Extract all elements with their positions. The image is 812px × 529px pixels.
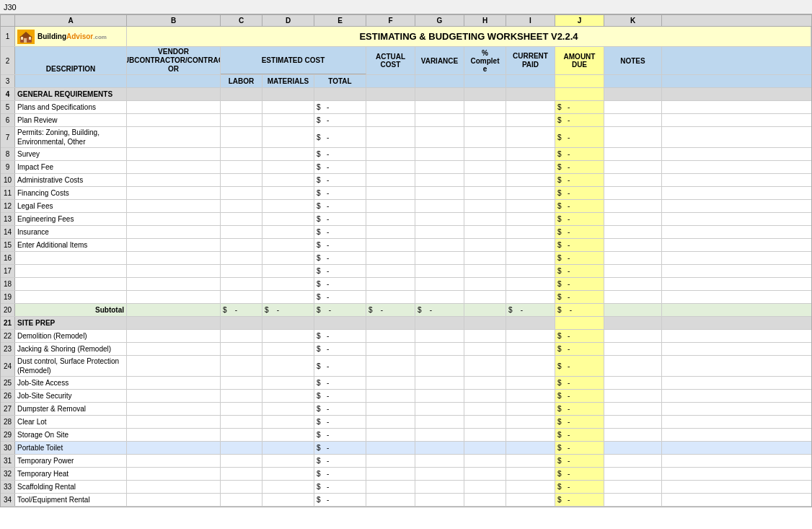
row-31-col-k[interactable] (604, 455, 662, 467)
row-16-col-d[interactable] (262, 252, 314, 264)
row-19-col-k[interactable] (604, 291, 662, 303)
row-6-col-i[interactable] (506, 114, 555, 126)
row-23-col-k[interactable] (604, 343, 662, 355)
row-27-col-i[interactable] (506, 403, 555, 415)
row-9-col-a[interactable]: Impact Fee (15, 161, 127, 173)
row-25-col-j[interactable]: $ - (555, 377, 604, 389)
row-10-col-k[interactable] (604, 174, 662, 186)
row-18-col-j[interactable]: $ - (555, 278, 604, 290)
row-6-col-b[interactable] (127, 114, 221, 126)
row-29-col-f[interactable] (366, 429, 415, 441)
row-8-col-c[interactable] (221, 148, 262, 160)
row-8-col-h[interactable] (464, 148, 506, 160)
row-10-col-f[interactable] (366, 174, 415, 186)
row-26-col-b[interactable] (127, 390, 221, 402)
row-18-col-f[interactable] (366, 278, 415, 290)
row-14-col-b[interactable] (127, 226, 221, 238)
row-9-col-e[interactable]: $ - (314, 161, 366, 173)
row-8-col-a[interactable]: Survey (15, 148, 127, 160)
row-5-col-c[interactable] (221, 101, 262, 113)
row-33-col-h[interactable] (464, 481, 506, 493)
row-24-col-c[interactable] (221, 356, 262, 376)
row-28-col-g[interactable] (415, 416, 464, 428)
row-13-col-j[interactable]: $ - (555, 213, 604, 225)
row-22-col-h[interactable] (464, 330, 506, 342)
row-32-col-e[interactable]: $ - (314, 468, 366, 480)
row-29-col-d[interactable] (262, 429, 314, 441)
row-17-col-d[interactable] (262, 265, 314, 277)
row-8-col-e[interactable]: $ - (314, 148, 366, 160)
row-26-col-h[interactable] (464, 390, 506, 402)
row-28-col-k[interactable] (604, 416, 662, 428)
row-10-col-a[interactable]: Administrative Costs (15, 174, 127, 186)
row-6-col-j[interactable]: $ - (555, 114, 604, 126)
row-9-col-b[interactable] (127, 161, 221, 173)
row-22-col-f[interactable] (366, 330, 415, 342)
row-5-col-h[interactable] (464, 101, 506, 113)
row-30-col-a[interactable]: Portable Toilet (15, 442, 127, 454)
row-10-col-g[interactable] (415, 174, 464, 186)
row-30-col-b[interactable] (127, 442, 221, 454)
row-26-col-a[interactable]: Job-Site Security (15, 390, 127, 402)
row-23-col-i[interactable] (506, 343, 555, 355)
row-5-col-i[interactable] (506, 101, 555, 113)
row-32-col-d[interactable] (262, 468, 314, 480)
row-27-col-c[interactable] (221, 403, 262, 415)
row-34-col-j[interactable]: $ - (555, 494, 604, 506)
row-15-col-k[interactable] (604, 239, 662, 251)
row-12-col-f[interactable] (366, 200, 415, 212)
row-7-col-i[interactable] (506, 127, 555, 147)
row-11-col-h[interactable] (464, 187, 506, 199)
row-27-col-d[interactable] (262, 403, 314, 415)
row-12-col-j[interactable]: $ - (555, 200, 604, 212)
row-23-col-a[interactable]: Jacking & Shoring (Remodel) (15, 343, 127, 355)
row-12-col-h[interactable] (464, 200, 506, 212)
row-17-col-b[interactable] (127, 265, 221, 277)
row-7-col-k[interactable] (604, 127, 662, 147)
row-15-col-e[interactable]: $ - (314, 239, 366, 251)
row-28-col-e[interactable]: $ - (314, 416, 366, 428)
row-19-col-a[interactable] (15, 291, 127, 303)
row-10-col-i[interactable] (506, 174, 555, 186)
row-8-col-f[interactable] (366, 148, 415, 160)
row-30-col-d[interactable] (262, 442, 314, 454)
row-13-col-b[interactable] (127, 213, 221, 225)
row-34-col-f[interactable] (366, 494, 415, 506)
row-33-col-a[interactable]: Scaffolding Rental (15, 481, 127, 493)
row-9-col-i[interactable] (506, 161, 555, 173)
row-31-col-f[interactable] (366, 455, 415, 467)
row-6-col-f[interactable] (366, 114, 415, 126)
row-9-col-c[interactable] (221, 161, 262, 173)
row-34-col-g[interactable] (415, 494, 464, 506)
row-7-col-j[interactable]: $ - (555, 127, 604, 147)
row-22-col-e[interactable]: $ - (314, 330, 366, 342)
row-12-col-g[interactable] (415, 200, 464, 212)
row-31-col-j[interactable]: $ - (555, 455, 604, 467)
row-5-col-a[interactable]: Plans and Specifications (15, 101, 127, 113)
row-34-col-h[interactable] (464, 494, 506, 506)
row-14-col-d[interactable] (262, 226, 314, 238)
row-15-col-j[interactable]: $ - (555, 239, 604, 251)
row-26-col-c[interactable] (221, 390, 262, 402)
row-32-col-h[interactable] (464, 468, 506, 480)
row-13-col-f[interactable] (366, 213, 415, 225)
row-14-col-f[interactable] (366, 226, 415, 238)
row-10-col-e[interactable]: $ - (314, 174, 366, 186)
row-25-col-c[interactable] (221, 377, 262, 389)
row-34-col-b[interactable] (127, 494, 221, 506)
row-10-col-b[interactable] (127, 174, 221, 186)
row-6-col-e[interactable]: $ - (314, 114, 366, 126)
row-32-col-b[interactable] (127, 468, 221, 480)
row-15-col-c[interactable] (221, 239, 262, 251)
row-30-col-e[interactable]: $ - (314, 442, 366, 454)
row-10-col-j[interactable]: $ - (555, 174, 604, 186)
row-17-col-f[interactable] (366, 265, 415, 277)
row-34-col-d[interactable] (262, 494, 314, 506)
row-31-col-c[interactable] (221, 455, 262, 467)
row-34-col-i[interactable] (506, 494, 555, 506)
row-9-col-h[interactable] (464, 161, 506, 173)
row-18-col-i[interactable] (506, 278, 555, 290)
row-23-col-f[interactable] (366, 343, 415, 355)
row-5-col-b[interactable] (127, 101, 221, 113)
row-19-col-d[interactable] (262, 291, 314, 303)
